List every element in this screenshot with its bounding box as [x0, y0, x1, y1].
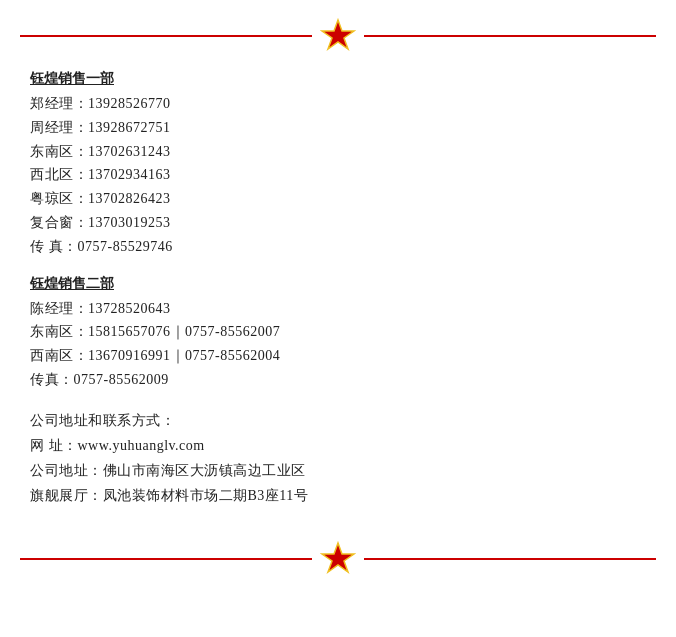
dept2-line-3: 西南区：13670916991｜0757-85562004: [30, 344, 646, 368]
department1-section: 钰煌销售一部 郑经理：13928526770 周经理：13928672751 东…: [30, 70, 646, 259]
dept1-line-2: 周经理：13928672751: [30, 116, 646, 140]
department2-section: 钰煌销售二部 陈经理：13728520643 东南区：15815657076｜0…: [30, 275, 646, 392]
dept1-line-1: 郑经理：13928526770: [30, 92, 646, 116]
top-star-icon: [320, 18, 356, 54]
svg-marker-0: [322, 20, 354, 49]
dept1-line-4: 西北区：13702934163: [30, 163, 646, 187]
dept1-line-3: 东南区：13702631243: [30, 140, 646, 164]
dept1-line-6: 复合窗：13703019253: [30, 211, 646, 235]
content-area: 钰煌销售一部 郑经理：13928526770 周经理：13928672751 东…: [0, 62, 676, 533]
top-divider-line-right: [364, 35, 656, 37]
svg-marker-1: [322, 543, 354, 572]
dept2-line-2: 东南区：15815657076｜0757-85562007: [30, 320, 646, 344]
top-divider: [0, 18, 676, 54]
department2-title: 钰煌销售二部: [30, 275, 646, 293]
dept2-line-4: 传真：0757-85562009: [30, 368, 646, 392]
dept1-line-5: 粤琼区：13702826423: [30, 187, 646, 211]
bottom-divider-line-left: [20, 558, 312, 560]
company-info-title: 公司地址和联系方式：: [30, 408, 646, 433]
dept1-line-7: 传 真：0757-85529746: [30, 235, 646, 259]
dept2-line-1: 陈经理：13728520643: [30, 297, 646, 321]
top-divider-line-left: [20, 35, 312, 37]
department1-title: 钰煌销售一部: [30, 70, 646, 88]
company-showroom: 旗舰展厅：凤池装饰材料市场二期B3座11号: [30, 483, 646, 508]
company-website: 网 址：www.yuhuanglv.com: [30, 433, 646, 458]
company-address: 公司地址：佛山市南海区大沥镇高边工业区: [30, 458, 646, 483]
bottom-divider: [0, 541, 676, 577]
company-info-section: 公司地址和联系方式： 网 址：www.yuhuanglv.com 公司地址：佛山…: [30, 408, 646, 509]
bottom-star-icon: [320, 541, 356, 577]
bottom-divider-line-right: [364, 558, 656, 560]
